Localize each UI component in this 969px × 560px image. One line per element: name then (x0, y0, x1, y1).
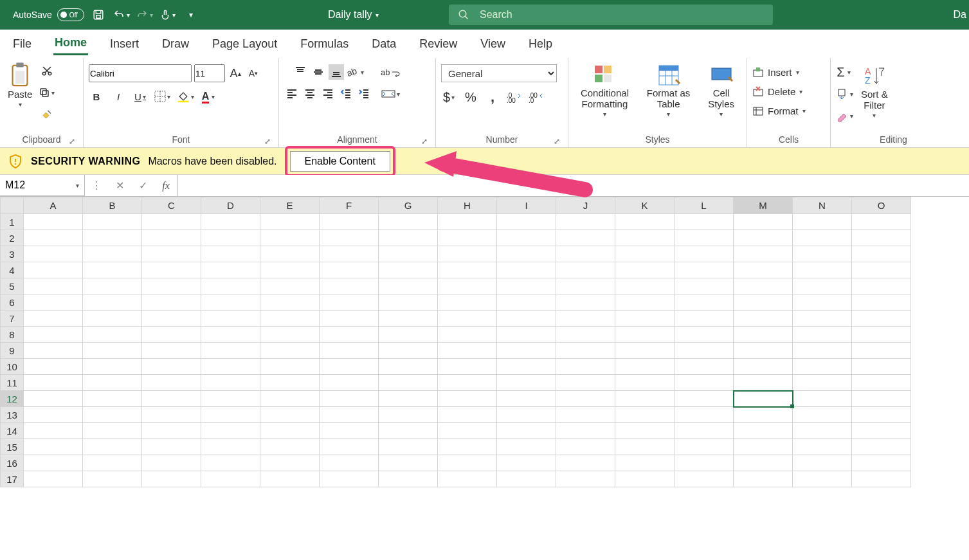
cell[interactable] (379, 391, 438, 407)
cell[interactable] (615, 214, 675, 230)
cell[interactable] (556, 327, 615, 343)
cell[interactable] (379, 423, 438, 439)
row-header[interactable]: 6 (1, 294, 24, 311)
cell[interactable] (675, 278, 734, 294)
cell[interactable] (379, 230, 438, 246)
conditional-formatting-button[interactable]: Conditional Formatting▾ (578, 63, 631, 119)
cell[interactable] (438, 407, 497, 423)
col-header[interactable]: G (379, 197, 438, 214)
cell[interactable] (201, 391, 260, 407)
cell[interactable] (201, 455, 260, 471)
autosave-switch[interactable]: Off (57, 8, 84, 21)
tab-insert[interactable]: Insert (109, 33, 140, 55)
cell[interactable] (438, 262, 497, 278)
cell[interactable] (852, 327, 911, 343)
spreadsheet-grid[interactable]: ABCDEFGHIJKLMNO1234567891011121314151617 (0, 197, 969, 487)
row-header[interactable]: 1 (1, 214, 24, 230)
cell[interactable] (201, 407, 260, 423)
decrease-decimal-button[interactable]: .00.0 (529, 89, 544, 105)
cell[interactable] (438, 359, 497, 375)
cell[interactable] (497, 439, 556, 455)
alignment-launcher-icon[interactable]: ⤢ (421, 137, 428, 146)
cell[interactable] (260, 391, 320, 407)
cell[interactable] (852, 375, 911, 391)
cell[interactable] (793, 311, 852, 327)
cell[interactable] (675, 455, 734, 471)
cell[interactable] (320, 343, 379, 359)
cell[interactable] (793, 471, 852, 487)
cell[interactable] (438, 230, 497, 246)
cell[interactable] (852, 262, 911, 278)
fill-color-button[interactable]: ▾ (177, 89, 194, 104)
cell[interactable] (556, 471, 615, 487)
row-header[interactable]: 8 (1, 327, 24, 343)
cell[interactable] (615, 311, 675, 327)
cell[interactable] (24, 262, 83, 278)
cell[interactable] (83, 246, 142, 262)
cell[interactable] (260, 327, 320, 343)
cell[interactable] (379, 471, 438, 487)
cell[interactable] (556, 407, 615, 423)
cell[interactable] (260, 359, 320, 375)
cell[interactable] (260, 439, 320, 455)
cell[interactable] (83, 262, 142, 278)
cell[interactable] (497, 311, 556, 327)
insert-cells-button[interactable]: Insert▾ (752, 64, 799, 80)
cell[interactable] (201, 278, 260, 294)
row-header[interactable]: 11 (1, 375, 24, 391)
cell[interactable] (793, 423, 852, 439)
cell[interactable] (497, 343, 556, 359)
cell[interactable] (852, 407, 911, 423)
cell[interactable] (438, 375, 497, 391)
cell[interactable] (83, 359, 142, 375)
wrap-text-button[interactable]: ab (381, 64, 400, 80)
cell[interactable] (142, 311, 201, 327)
row-header[interactable]: 15 (1, 439, 24, 455)
align-middle-button[interactable] (311, 64, 326, 80)
cell[interactable] (497, 294, 556, 311)
cell[interactable] (320, 262, 379, 278)
row-header[interactable]: 5 (1, 278, 24, 294)
align-center-button[interactable] (302, 86, 318, 102)
cell[interactable] (793, 262, 852, 278)
cell[interactable] (734, 423, 793, 439)
cell[interactable] (438, 294, 497, 311)
cell[interactable] (142, 407, 201, 423)
cell[interactable] (615, 343, 675, 359)
cell[interactable] (379, 407, 438, 423)
cell[interactable] (320, 214, 379, 230)
cell[interactable] (142, 230, 201, 246)
cell[interactable] (24, 230, 83, 246)
cell[interactable] (556, 214, 615, 230)
search-box[interactable]: Search (449, 5, 773, 25)
align-bottom-button[interactable] (329, 64, 344, 80)
cell[interactable] (260, 246, 320, 262)
cell[interactable] (852, 423, 911, 439)
cell[interactable] (556, 294, 615, 311)
cell[interactable] (438, 471, 497, 487)
cell[interactable] (438, 327, 497, 343)
cell[interactable] (201, 343, 260, 359)
formula-input[interactable] (178, 175, 969, 196)
tab-home[interactable]: Home (53, 32, 88, 55)
merge-center-button[interactable]: ▾ (381, 86, 400, 102)
align-top-button[interactable] (293, 64, 308, 80)
col-header[interactable]: A (24, 197, 83, 214)
col-header[interactable]: N (793, 197, 852, 214)
cell[interactable] (734, 327, 793, 343)
cell[interactable] (83, 455, 142, 471)
undo-icon[interactable]: ▾ (113, 6, 131, 24)
cell[interactable] (675, 423, 734, 439)
cell[interactable] (379, 343, 438, 359)
cell[interactable] (556, 455, 615, 471)
cell[interactable] (201, 230, 260, 246)
col-header[interactable]: K (615, 197, 675, 214)
cell[interactable] (734, 471, 793, 487)
cell[interactable] (852, 311, 911, 327)
comma-format-button[interactable]: , (485, 89, 500, 105)
row-header[interactable]: 7 (1, 311, 24, 327)
cell[interactable] (24, 311, 83, 327)
cell[interactable] (852, 278, 911, 294)
percent-format-button[interactable]: % (463, 89, 478, 105)
cell[interactable] (201, 246, 260, 262)
